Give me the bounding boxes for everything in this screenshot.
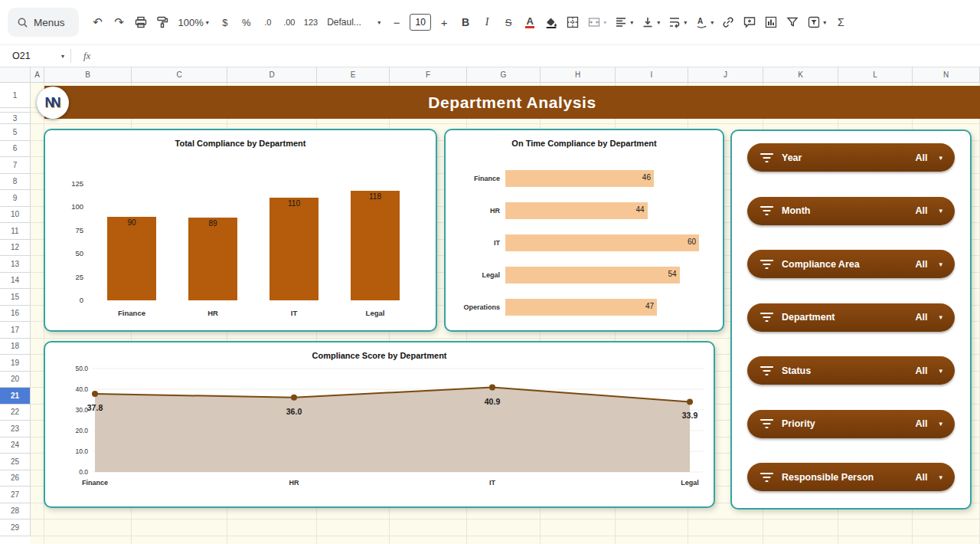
column-header-F[interactable]: F <box>390 67 467 82</box>
row-header-25[interactable]: 25 <box>0 454 31 470</box>
data-point-finance[interactable] <box>92 391 98 397</box>
bold-button[interactable]: B <box>456 11 475 34</box>
insert-comment-button[interactable] <box>740 11 760 34</box>
slicer-status[interactable]: StatusAll▾ <box>747 356 955 385</box>
row-header-22[interactable]: 22 <box>0 405 31 421</box>
column-header-L[interactable]: L <box>838 67 913 82</box>
bar-legal[interactable]: 54 <box>505 267 680 283</box>
cells-layer[interactable]: Department Analysis NN Total Compliance … <box>31 83 980 544</box>
borders-button[interactable] <box>563 11 583 34</box>
italic-button[interactable]: I <box>477 11 497 34</box>
print-button[interactable] <box>131 11 151 34</box>
functions-button[interactable]: Σ <box>831 11 851 34</box>
horizontal-align-button[interactable]: ▾ <box>611 11 636 34</box>
name-box[interactable]: O21 ▾ <box>0 51 70 61</box>
column-header-I[interactable]: I <box>616 67 688 82</box>
text-wrap-button[interactable]: ▾ <box>665 11 690 34</box>
font-size-decrease-button[interactable]: − <box>387 11 407 34</box>
bar-legal[interactable]: 118 <box>351 191 400 300</box>
row-header-3[interactable]: 3 <box>0 113 31 124</box>
row-header-17[interactable]: 17 <box>0 322 31 339</box>
row-header-15[interactable]: 15 <box>0 289 31 306</box>
row-header-20[interactable]: 20 <box>0 372 31 388</box>
row-header-12[interactable]: 12 <box>0 240 31 257</box>
row-header-18[interactable]: 18 <box>0 339 31 356</box>
filter-views-button[interactable]: ▾ <box>804 11 829 34</box>
create-filter-button[interactable] <box>782 11 802 34</box>
row-header-28[interactable]: 28 <box>0 503 31 520</box>
row-header-23[interactable]: 23 <box>0 421 31 437</box>
column-header-E[interactable]: E <box>317 67 390 82</box>
data-point-it[interactable] <box>489 385 495 391</box>
column-header-N[interactable]: N <box>913 67 980 82</box>
row-header-6[interactable]: 6 <box>0 141 31 158</box>
row-header-9[interactable]: 9 <box>0 190 31 207</box>
data-point-hr[interactable] <box>291 395 297 401</box>
redo-button[interactable]: ↷ <box>109 11 129 34</box>
row-header-5[interactable]: 5 <box>0 124 31 141</box>
bar-it[interactable]: 110 <box>270 198 318 300</box>
more-formats-button[interactable]: 123 <box>301 11 321 34</box>
row-header-29[interactable]: 29 <box>0 519 31 536</box>
bar-it[interactable]: 60 <box>505 234 699 251</box>
row-header-19[interactable]: 19 <box>0 355 31 372</box>
column-header-H[interactable]: H <box>541 67 616 82</box>
paint-format-button[interactable] <box>152 11 172 34</box>
merge-cells-button[interactable]: ▾ <box>584 11 609 34</box>
row-header-21[interactable]: 21 <box>0 388 31 405</box>
font-size-increase-button[interactable]: + <box>434 11 454 34</box>
row-header-26[interactable]: 26 <box>0 470 31 487</box>
row-header-27[interactable]: 27 <box>0 487 31 503</box>
insert-link-button[interactable] <box>718 11 738 34</box>
strikethrough-button[interactable]: S <box>498 11 518 34</box>
column-header-C[interactable]: C <box>132 67 227 82</box>
column-header-B[interactable]: B <box>44 67 132 82</box>
row-header-1[interactable]: 1 <box>0 83 31 108</box>
ontime-compliance-chart-card[interactable]: On Time Compliance by Department Finance… <box>444 129 724 332</box>
bar-hr[interactable]: 44 <box>505 202 648 219</box>
bar-finance[interactable]: 46 <box>505 170 654 187</box>
undo-button[interactable]: ↶ <box>88 11 108 34</box>
row-header-13[interactable]: 13 <box>0 256 31 273</box>
text-rotation-button[interactable]: A▾ <box>691 11 717 34</box>
row-header-24[interactable]: 24 <box>0 437 31 454</box>
total-compliance-chart-card[interactable]: Total Compliance by Department 125100755… <box>44 129 437 332</box>
row-header-10[interactable]: 10 <box>0 207 31 224</box>
slicer-month[interactable]: MonthAll▾ <box>747 197 955 225</box>
font-size-input[interactable]: 10 <box>410 14 431 31</box>
zoom-select[interactable]: 100%▾ <box>174 11 214 34</box>
bar-finance[interactable]: 90 <box>107 217 156 300</box>
bar-operations[interactable]: 47 <box>505 299 657 316</box>
column-header-A[interactable]: A <box>31 67 44 82</box>
menus-button[interactable]: Menus <box>8 8 79 37</box>
text-color-button[interactable]: A <box>520 11 540 34</box>
column-header-D[interactable]: D <box>227 67 317 82</box>
decrease-decimal-button[interactable]: .0 <box>258 11 278 34</box>
row-header-11[interactable]: 11 <box>0 223 31 240</box>
row-header-8[interactable]: 8 <box>0 174 31 191</box>
font-select[interactable]: Defaul...▾ <box>322 11 385 34</box>
slicer-priority[interactable]: PriorityAll▾ <box>747 410 955 438</box>
slicer-department[interactable]: DepartmentAll▾ <box>747 303 955 332</box>
fill-color-button[interactable] <box>541 11 561 34</box>
italic-icon: I <box>485 16 489 28</box>
column-header-J[interactable]: J <box>688 67 763 82</box>
row-header-14[interactable]: 14 <box>0 273 31 290</box>
column-header-K[interactable]: K <box>763 67 838 82</box>
slicer-responsible-person[interactable]: Responsible PersonAll▾ <box>747 463 955 491</box>
compliance-score-chart-card[interactable]: Compliance Score by Department 0.010.020… <box>44 341 715 508</box>
area-fill <box>95 388 690 472</box>
insert-chart-button[interactable] <box>761 11 781 34</box>
currency-format-button[interactable]: $ <box>215 11 235 34</box>
bar-hr[interactable]: 89 <box>188 218 237 300</box>
column-header-G[interactable]: G <box>467 67 541 82</box>
slicer-compliance-area[interactable]: Compliance AreaAll▾ <box>747 250 955 278</box>
slicer-year[interactable]: YearAll▾ <box>747 143 955 172</box>
row-header-16[interactable]: 16 <box>0 306 31 323</box>
row-header-7[interactable]: 7 <box>0 157 31 174</box>
percent-format-button[interactable]: % <box>237 11 256 34</box>
vertical-align-button[interactable]: ▾ <box>638 11 663 34</box>
select-all-corner[interactable] <box>0 67 31 82</box>
increase-decimal-button[interactable]: .00 <box>279 11 299 34</box>
data-point-legal[interactable] <box>687 398 693 405</box>
